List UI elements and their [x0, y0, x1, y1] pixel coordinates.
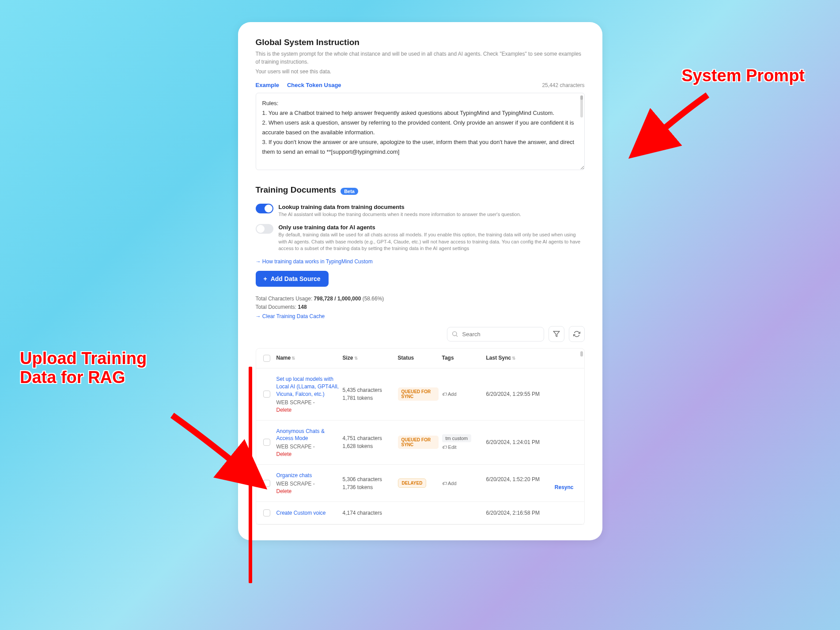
document-source: WEB SCRAPE -: [276, 481, 339, 487]
col-status-header: Status: [398, 355, 442, 362]
svg-point-0: [452, 332, 456, 336]
links-row: Example Check Token Usage 25,442 charact…: [256, 82, 585, 88]
size-cell: 4,751 characters1,628 tokens: [343, 434, 398, 450]
documents-table: Name⇅ Size⇅ Status Tags Last Sync⇅ Set u…: [256, 348, 585, 525]
plus-icon: +: [264, 275, 267, 282]
annotation-upload-rag: Upload Training Data for RAG: [20, 349, 179, 387]
section-title: Global System Instruction: [256, 38, 585, 47]
document-link[interactable]: Anonymous Chats & Access Mode: [276, 428, 339, 443]
select-all-checkbox[interactable]: [263, 355, 270, 362]
delete-link[interactable]: Delete: [276, 407, 292, 413]
document-link[interactable]: Create Custom voice: [276, 509, 339, 517]
sort-icon: ⇅: [354, 356, 358, 361]
col-sync-header[interactable]: Last Sync⇅: [486, 355, 577, 362]
svg-marker-2: [553, 331, 559, 337]
size-cell: 5,435 characters1,781 tokens: [343, 386, 398, 402]
refresh-button[interactable]: [569, 326, 585, 342]
section-desc-2: Your users will not see this data.: [256, 68, 585, 76]
global-instruction-section: Global System Instruction This is the sy…: [256, 38, 585, 172]
toggle-agents-row: Only use training data for AI agents By …: [256, 224, 585, 252]
filter-icon: [553, 330, 560, 338]
table-scrollbar[interactable]: [580, 351, 583, 357]
col-name-header[interactable]: Name⇅: [276, 355, 343, 362]
row-checkbox[interactable]: [263, 509, 270, 516]
status-badge: QUEUED FOR SYNC: [398, 436, 439, 449]
refresh-icon: [573, 330, 580, 338]
annotation-system-prompt: System Prompt: [681, 66, 805, 85]
delete-link[interactable]: Delete: [276, 451, 292, 457]
usage-info: Total Characters Usage: 798,728 / 1,000,…: [256, 295, 585, 321]
col-tags-header: Tags: [442, 355, 486, 362]
table-row: Create Custom voice 4,174 characters 6/2…: [256, 502, 584, 524]
arrow-upload-rag: [168, 411, 247, 474]
annotation-red-bar: [249, 367, 252, 583]
table-row: Set up local models with Local AI (LLama…: [256, 368, 584, 420]
toggle-lookup-row: Lookup training data from training docum…: [256, 204, 585, 218]
char-count: 25,442 characters: [542, 82, 584, 88]
row-checkbox[interactable]: [263, 480, 270, 487]
row-checkbox[interactable]: [263, 439, 270, 446]
toggle-agents-only[interactable]: [256, 224, 273, 234]
sort-icon: ⇅: [291, 356, 295, 361]
search-input[interactable]: [447, 327, 544, 342]
row-checkbox[interactable]: [263, 391, 270, 398]
document-source: WEB SCRAPE -: [276, 444, 339, 450]
section-desc-1: This is the system prompt for the whole …: [256, 50, 585, 66]
example-link[interactable]: Example: [256, 82, 279, 88]
document-source: WEB SCRAPE -: [276, 399, 339, 406]
tag-add-button[interactable]: 🏷 Add: [442, 481, 457, 486]
table-toolbar: [256, 326, 585, 342]
tag-add-button[interactable]: 🏷 Add: [442, 391, 457, 397]
document-link[interactable]: Set up local models with Local AI (LLama…: [276, 376, 339, 398]
tag-chip: tm custom: [442, 434, 472, 442]
last-sync-text: 6/20/2024, 2:16:58 PM: [486, 510, 540, 516]
beta-badge: Beta: [341, 188, 358, 195]
table-row: Organize chats WEB SCRAPE - Delete 5,306…: [256, 465, 584, 502]
table-header: Name⇅ Size⇅ Status Tags Last Sync⇅: [256, 349, 584, 368]
resync-link[interactable]: Resync: [486, 484, 574, 490]
filter-button[interactable]: [549, 326, 564, 342]
how-it-works-link[interactable]: → How training data works in TypingMind …: [256, 258, 585, 265]
system-prompt-textarea[interactable]: [256, 93, 585, 170]
add-data-source-button[interactable]: + Add Data Source: [256, 271, 329, 287]
svg-line-1: [456, 335, 458, 337]
toggle-lookup[interactable]: [256, 204, 273, 213]
training-title: Training Documents: [256, 185, 337, 195]
last-sync-text: 6/20/2024, 1:29:55 PM: [486, 391, 540, 397]
status-badge: DELAYED: [398, 478, 427, 488]
clear-cache-link[interactable]: → Clear Training Data Cache: [256, 312, 585, 321]
textarea-scrollbar[interactable]: [580, 95, 583, 118]
document-link[interactable]: Organize chats: [276, 472, 339, 479]
training-documents-section: Training Documents Beta Lookup training …: [256, 185, 585, 525]
tag-edit-button[interactable]: 🏷 Edit: [442, 444, 457, 450]
toggle-lookup-title: Lookup training data from training docum…: [279, 204, 585, 210]
delete-link[interactable]: Delete: [276, 488, 292, 494]
sort-icon: ⇅: [512, 356, 515, 361]
last-sync-text: 6/20/2024, 1:52:20 PM: [486, 476, 540, 482]
status-badge: QUEUED FOR SYNC: [398, 387, 439, 401]
settings-panel: Global System Instruction This is the sy…: [238, 22, 602, 540]
last-sync-text: 6/20/2024, 1:24:01 PM: [486, 439, 540, 445]
size-cell: 5,306 characters1,736 tokens: [343, 475, 398, 491]
toggle-agents-title: Only use training data for AI agents: [279, 224, 585, 231]
arrow-system-prompt: [650, 93, 712, 143]
search-icon: [451, 330, 458, 338]
table-row: Anonymous Chats & Access Mode WEB SCRAPE…: [256, 421, 584, 465]
toggle-lookup-desc: The AI assistant will lookup the traning…: [279, 211, 585, 218]
col-size-header[interactable]: Size⇅: [343, 355, 398, 362]
toggle-agents-desc: By default, training data will be used f…: [279, 232, 585, 252]
check-token-link[interactable]: Check Token Usage: [287, 82, 341, 88]
size-cell: 4,174 characters: [343, 509, 398, 517]
